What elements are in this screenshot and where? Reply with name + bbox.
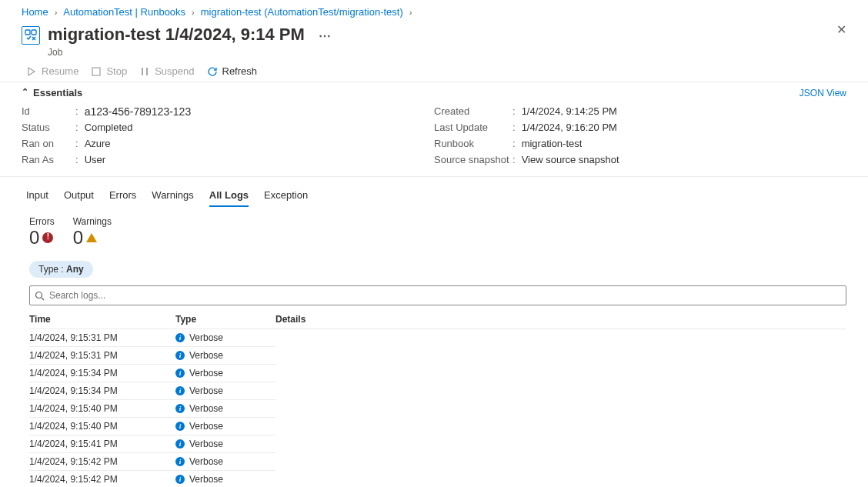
log-type: Verbose <box>175 421 275 432</box>
ess-ranas-value: User <box>85 152 105 168</box>
ess-snapshot-label: Source snapshot <box>434 152 512 168</box>
tab-warnings[interactable]: Warnings <box>152 189 193 207</box>
log-time: 1/4/2024, 9:15:31 PM <box>29 332 175 343</box>
table-row[interactable]: 1/4/2024, 9:15:31 PMVerbose <box>29 347 275 365</box>
log-type: Verbose <box>175 403 275 414</box>
refresh-icon <box>207 66 218 77</box>
log-time: 1/4/2024, 9:15:34 PM <box>29 385 175 396</box>
job-icon <box>22 26 40 45</box>
ess-created-value: 1/4/2024, 9:14:25 PM <box>522 104 617 119</box>
toolbar: Resume Stop Suspend Refresh <box>0 58 868 82</box>
log-time: 1/4/2024, 9:15:42 PM <box>29 456 175 467</box>
chevron-right-icon: › <box>190 8 196 17</box>
log-type: Verbose <box>175 350 275 361</box>
table-row[interactable]: 1/4/2024, 9:15:40 PMVerbose <box>29 400 275 418</box>
ess-ranon-value: Azure <box>85 136 111 152</box>
log-table: Time Type Details 1/4/2024, 9:15:31 PMVe… <box>0 310 868 487</box>
errors-counter-label: Errors <box>29 216 55 227</box>
essentials-toggle[interactable]: ⌃ Essentials JSON View <box>0 82 868 103</box>
ess-status-label: Status <box>22 120 75 135</box>
resume-label: Resume <box>42 65 78 77</box>
log-tabs: Input Output Errors Warnings All Logs Ex… <box>0 177 868 207</box>
json-view-link[interactable]: JSON View <box>800 88 846 98</box>
resume-button[interactable]: Resume <box>26 65 78 77</box>
ess-runbook-link[interactable]: migration-test <box>522 136 583 152</box>
type-filter-pill[interactable]: Type : Any <box>29 261 93 278</box>
col-details[interactable]: Details <box>275 314 846 325</box>
type-filter-value: Any <box>66 264 84 275</box>
log-time: 1/4/2024, 9:15:41 PM <box>29 439 175 449</box>
svg-rect-0 <box>25 30 30 35</box>
page-title: migration-test 1/4/2024, 9:14 PM <box>48 25 305 44</box>
chevron-up-icon: ⌃ <box>22 87 28 97</box>
warnings-counter-label: Warnings <box>73 216 112 227</box>
ess-snapshot-link[interactable]: View source snapshot <box>522 152 619 168</box>
info-icon <box>175 404 185 413</box>
suspend-button[interactable]: Suspend <box>139 65 194 77</box>
tab-exception[interactable]: Exception <box>264 189 308 207</box>
log-filters: Type : Any <box>0 253 868 285</box>
stop-label: Stop <box>106 65 127 77</box>
log-type: Verbose <box>175 368 275 379</box>
chevron-right-icon: › <box>408 8 414 17</box>
suspend-label: Suspend <box>155 65 194 77</box>
log-type: Verbose <box>175 332 275 343</box>
warnings-counter-value: 0 <box>73 227 83 249</box>
ess-lastupdate-value: 1/4/2024, 9:16:20 PM <box>522 120 617 135</box>
page-header: migration-test 1/4/2024, 9:14 PM ⋯ Job ✕ <box>0 21 868 58</box>
log-type: Verbose <box>175 456 275 467</box>
table-row[interactable]: 1/4/2024, 9:15:31 PMVerbose <box>29 329 275 347</box>
info-icon <box>175 386 185 395</box>
stop-button[interactable]: Stop <box>91 65 127 77</box>
ess-lastupdate-label: Last Update <box>434 120 512 135</box>
log-counters: Errors 0 Warnings 0 <box>0 207 868 253</box>
log-time: 1/4/2024, 9:15:31 PM <box>29 350 175 361</box>
essentials-panel: Id : a123-456-789123-123 Status : Comple… <box>0 103 868 177</box>
table-row[interactable]: 1/4/2024, 9:15:34 PMVerbose <box>29 365 275 382</box>
tab-errors[interactable]: Errors <box>109 189 136 207</box>
table-row[interactable]: 1/4/2024, 9:15:41 PMVerbose <box>29 435 275 453</box>
log-type: Verbose <box>175 474 275 485</box>
ess-ranas-label: Ran As <box>22 152 75 168</box>
close-button[interactable]: ✕ <box>836 22 846 38</box>
stop-icon <box>91 66 102 77</box>
table-row[interactable]: 1/4/2024, 9:15:34 PMVerbose <box>29 382 275 400</box>
warning-icon <box>86 233 97 242</box>
chevron-right-icon: › <box>53 8 59 17</box>
info-icon <box>175 422 185 431</box>
svg-rect-1 <box>32 30 36 35</box>
info-icon <box>175 351 185 360</box>
error-icon <box>42 232 53 243</box>
svg-point-3 <box>36 292 42 298</box>
crumb-runbook[interactable]: migration-test (AutomationTest/migration… <box>201 6 403 18</box>
log-time: 1/4/2024, 9:15:42 PM <box>29 474 175 485</box>
log-type: Verbose <box>175 439 275 449</box>
tab-all-logs[interactable]: All Logs <box>209 189 249 207</box>
info-icon <box>175 475 185 484</box>
crumb-home[interactable]: Home <box>22 6 48 18</box>
breadcrumb: Home › AutomationTest | Runbooks › migra… <box>0 0 868 21</box>
col-time[interactable]: Time <box>29 314 175 325</box>
info-icon <box>175 333 185 342</box>
refresh-button[interactable]: Refresh <box>207 65 258 77</box>
search-icon <box>35 291 45 301</box>
tab-output[interactable]: Output <box>64 189 94 207</box>
table-row[interactable]: 1/4/2024, 9:15:40 PMVerbose <box>29 418 275 435</box>
ess-created-label: Created <box>434 104 512 119</box>
type-filter-label: Type : <box>38 264 66 275</box>
more-actions-button[interactable]: ⋯ <box>319 29 332 42</box>
info-icon <box>175 369 185 378</box>
ess-ranon-label: Ran on <box>22 136 75 152</box>
col-type[interactable]: Type <box>175 314 275 325</box>
search-logs[interactable] <box>29 285 846 305</box>
crumb-runbooks[interactable]: AutomationTest | Runbooks <box>63 6 185 18</box>
errors-counter-value: 0 <box>29 227 39 249</box>
table-row[interactable]: 1/4/2024, 9:15:42 PMVerbose <box>29 453 275 471</box>
tab-input[interactable]: Input <box>26 189 48 207</box>
ess-status-value: Completed <box>85 120 133 135</box>
refresh-label: Refresh <box>222 65 258 77</box>
search-input[interactable] <box>46 289 841 302</box>
info-icon <box>175 439 185 449</box>
table-row[interactable]: 1/4/2024, 9:15:42 PMVerbose <box>29 471 275 487</box>
log-type: Verbose <box>175 385 275 396</box>
